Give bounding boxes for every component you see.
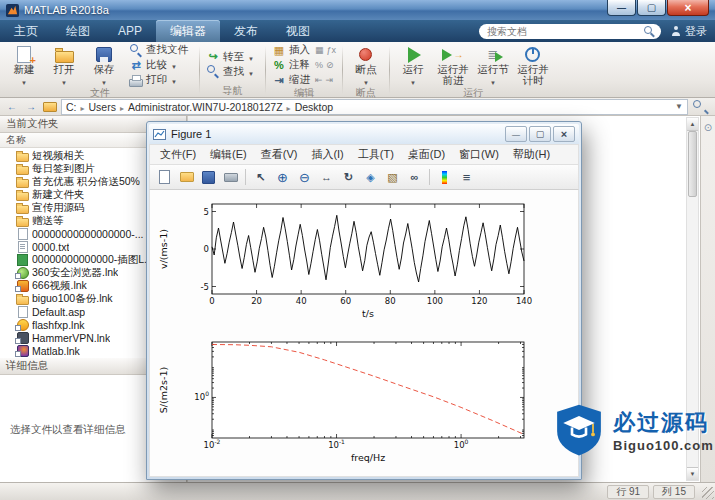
zoomout-icon[interactable] [294,167,315,187]
figure-menu-item[interactable]: 插入(I) [304,147,350,162]
svg-text:0: 0 [209,296,214,306]
toolbar-separator [245,169,246,185]
edit-extra-icons: ▦ƒx [315,45,336,55]
scroll-up-icon[interactable] [687,118,698,131]
edit-extra-icon[interactable]: % [315,60,323,70]
insert-button[interactable]: 插入 ▦ƒx [269,43,339,57]
address-search-icon[interactable] [693,100,709,114]
group-content: 运行 运行并前进 运行节 运行并计时 [393,43,553,87]
legend-icon[interactable] [456,167,477,187]
figure-title-bar[interactable]: Figure 1 [149,124,579,144]
find-files-button[interactable]: 查找文件 [126,43,196,57]
edit-extra-icon[interactable]: ▦ [315,45,324,55]
run-button[interactable]: 运行 [393,43,433,87]
forward-icon[interactable] [23,100,39,114]
ribbon-tab[interactable]: 视图 [272,20,324,42]
svg-text:freq/Hz: freq/Hz [351,452,385,463]
velocity-time-plot[interactable]: 020406080100120140-505t/sv/(ms-1) [156,190,558,332]
newfig-icon[interactable] [154,167,175,187]
svg-text:t/s: t/s [362,308,374,319]
edit-extra-icon[interactable]: ⇥ [326,75,334,85]
figure-window-controls [505,126,575,142]
run-and-time-button[interactable]: 运行并计时 [513,43,553,87]
figure-menu-item[interactable]: 文件(F) [153,147,203,162]
brush-icon[interactable] [382,167,403,187]
datacursor-icon[interactable] [360,167,381,187]
new-script-button[interactable]: 新建 [4,43,44,87]
figure-menu-item[interactable]: 窗口(W) [452,147,506,162]
scroll-down-icon[interactable] [687,467,698,480]
breadcrumb-item[interactable]: C: [66,101,89,113]
scrollbar-thumb[interactable] [688,131,697,197]
doc-search-input[interactable] [485,25,644,38]
run-section-button[interactable]: 运行节 [473,43,513,87]
figure-canvas[interactable]: 020406080100120140-505t/sv/(ms-1) 10-210… [149,190,579,477]
address-dropdown-icon[interactable] [675,102,683,111]
ribbon-tab[interactable]: 编辑器 [156,20,220,42]
maximize-button[interactable] [637,0,666,16]
group-content: 新建 打开 保存 查找文件 比较 打印 [4,43,196,87]
pan-icon[interactable] [316,167,337,187]
rotate-icon[interactable] [338,167,359,187]
figure-menu-item[interactable]: 编辑(E) [203,147,254,162]
breakpoint-buttons: 断点 [346,43,386,87]
open-button[interactable]: 打开 [44,43,84,87]
watermark-title: 必过源码 [613,408,714,438]
figure-close-button[interactable] [553,126,575,142]
runsection-icon [481,45,505,64]
button-label: 运行 [402,64,423,75]
back-icon[interactable] [4,100,20,114]
window-title: MATLAB R2018a [24,4,109,16]
edit-extra-icon[interactable]: ⊘ [326,60,334,70]
breadcrumb-item[interactable]: Users [89,101,128,113]
figure-menu-item[interactable]: 桌面(D) [401,147,452,162]
linkplot-icon[interactable] [404,167,425,187]
print-button[interactable]: 打印 [126,73,196,87]
printfig-icon[interactable] [220,167,241,187]
spectrum-plot[interactable]: 10-210-1100100freq/HzS/(m2s-1) [156,332,558,477]
toolbar-separator [429,169,430,185]
save-button[interactable]: 保存 [84,43,124,87]
indent-button[interactable]: 缩进 ⇤⇥ [269,73,339,87]
address-field[interactable]: C:UsersAdministrator.WIN7U-20180127ZDesk… [61,99,688,115]
figure-menu-item[interactable]: 帮助(H) [506,147,557,162]
editplot-icon[interactable] [250,167,271,187]
edit-extra-icon[interactable]: ƒx [326,45,336,55]
savefig-icon[interactable] [198,167,219,187]
find-button[interactable]: 查找 [203,65,262,79]
openfig-icon[interactable] [176,167,197,187]
edit-extra-icon[interactable]: ⇤ [315,75,323,85]
login-button[interactable]: 登录 [671,24,707,39]
ribbon-group-edit: 插入 ▦ƒx 注释 %⊘ 缩进 ⇤⇥ 编辑 [267,43,341,97]
doc-search-box[interactable] [479,24,661,39]
comment-button[interactable]: 注释 %⊘ [269,58,339,72]
file-name: 新建文件夹 [32,188,85,202]
goto-button[interactable]: 转至 [203,50,262,64]
breadcrumb-item[interactable]: Administrator.WIN7U-20180127Z [128,101,295,113]
ribbon-tab[interactable]: APP [104,20,156,42]
ribbon-tab[interactable]: 主页 [0,20,52,42]
button-label: 保存 [94,64,115,75]
close-button[interactable] [667,0,709,16]
figure-maximize-button[interactable] [529,126,551,142]
compare-button[interactable]: 比较 [126,58,196,72]
resize-grip[interactable] [702,487,714,499]
ribbon-tab[interactable]: 发布 [220,20,272,42]
ribbon-tab[interactable]: 绘图 [52,20,104,42]
search-icon[interactable] [644,26,655,37]
breakpoints-button[interactable]: 断点 [346,43,386,87]
browse-folder-icon[interactable] [42,100,58,114]
figure-menu-item[interactable]: 查看(V) [254,147,305,162]
zoomin-icon[interactable] [272,167,293,187]
figure-menu-item[interactable]: 工具(T) [351,147,401,162]
breadcrumb-item[interactable]: Desktop [295,101,334,113]
figure-minimize-button[interactable] [505,126,527,142]
figure-window[interactable]: Figure 1 文件(F)编辑(E)查看(V)插入(I)工具(T)桌面(D)窗… [146,121,582,480]
run-and-advance-button[interactable]: 运行并前进 [433,43,473,87]
minimize-button[interactable] [607,0,636,16]
colorbar-icon[interactable] [434,167,455,187]
dropdown-caret-icon [363,75,369,87]
findfiles-icon [129,44,143,57]
panel-toggle-icon[interactable] [704,122,712,133]
title-bar[interactable]: MATLAB R2018a [0,0,715,20]
